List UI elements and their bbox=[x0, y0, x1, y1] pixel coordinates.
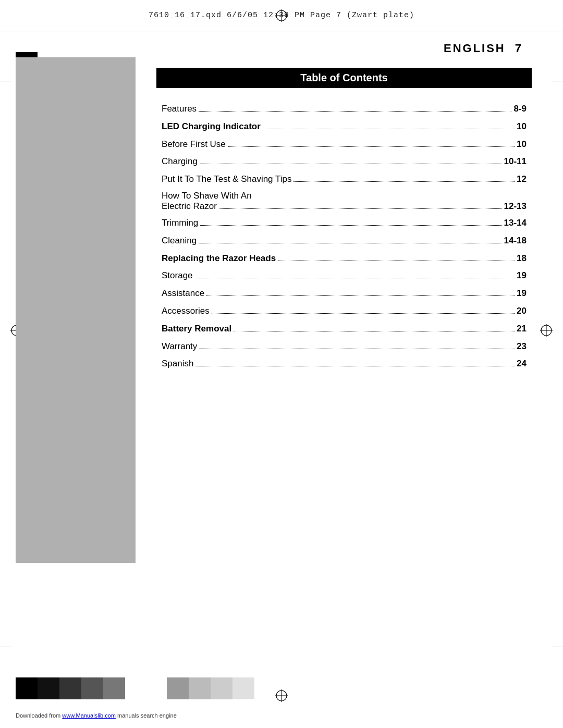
toc-item-accessories: Accessories 20 bbox=[162, 305, 527, 317]
toc-label-cleaning: Cleaning bbox=[162, 235, 197, 247]
toc-page-warranty: 23 bbox=[517, 340, 527, 353]
footer-link[interactable]: www.Manualslib.com bbox=[62, 712, 116, 719]
swatch-light3 bbox=[232, 677, 254, 699]
toc-dots-howtoshave bbox=[219, 208, 502, 209]
toc-dots-trimming bbox=[200, 225, 501, 226]
toc-page-features: 8-9 bbox=[513, 103, 527, 115]
toc-dots-cleaning bbox=[199, 243, 501, 243]
toc-dots-replacingheads bbox=[278, 261, 515, 261]
toc-dots-assistance bbox=[206, 295, 515, 296]
toc-item-warranty: Warranty 23 bbox=[162, 340, 527, 353]
toc-label-beforefirstuse: Before First Use bbox=[162, 138, 226, 151]
toc-label-features: Features bbox=[162, 103, 197, 115]
toc-item-trimming: Trimming 13-14 bbox=[162, 217, 527, 229]
toc-page-accessories: 20 bbox=[517, 305, 527, 317]
toc-item-storage: Storage 19 bbox=[162, 269, 527, 282]
registration-mark-bottom bbox=[274, 688, 289, 703]
toc-dots-spanish bbox=[195, 366, 515, 366]
color-swatch-bar bbox=[16, 677, 254, 699]
swatch-light1 bbox=[189, 677, 211, 699]
swatch-dark3 bbox=[81, 677, 103, 699]
toc-dots-storage bbox=[195, 278, 515, 278]
toc-label-spanish: Spanish bbox=[162, 357, 193, 370]
swatch-dark2 bbox=[59, 677, 81, 699]
toc-item-assistance: Assistance 19 bbox=[162, 287, 527, 300]
page-number: 7 bbox=[515, 42, 521, 55]
toc-label-batteryremoval: Battery Removal bbox=[162, 323, 231, 335]
left-sidebar bbox=[16, 57, 136, 563]
toc-label-warranty: Warranty bbox=[162, 340, 197, 353]
toc-label-accessories: Accessories bbox=[162, 305, 210, 317]
language-header: ENGLISH 7 bbox=[156, 42, 532, 55]
toc-header-box: Table of Contents bbox=[156, 68, 532, 88]
toc-page-assistance: 19 bbox=[517, 287, 527, 300]
toc-label-led: LED Charging Indicator bbox=[162, 120, 261, 133]
toc-page-led: 10 bbox=[517, 120, 527, 133]
toc-dots-beforefirstuse bbox=[228, 146, 515, 147]
toc-item-spanish: Spanish 24 bbox=[162, 357, 527, 370]
swatch-light2 bbox=[211, 677, 232, 699]
toc-title: Table of Contents bbox=[165, 72, 523, 84]
toc-item-puttestshaving: Put It To The Test & Shaving Tips 12 bbox=[162, 173, 527, 186]
toc-label-puttestshaving: Put It To The Test & Shaving Tips bbox=[162, 173, 291, 186]
toc-page-howtoshave: 12-13 bbox=[504, 201, 527, 212]
toc-dots-charging bbox=[200, 164, 502, 164]
toc-page-puttestshaving: 12 bbox=[517, 173, 527, 186]
swatch-mid2 bbox=[167, 677, 189, 699]
toc-dots-led bbox=[263, 129, 515, 129]
toc-page-charging: 10-11 bbox=[504, 155, 527, 168]
toc-label-howtoshave-line1: How To Shave With An bbox=[162, 191, 527, 201]
swatch-black bbox=[16, 677, 38, 699]
toc-label-storage: Storage bbox=[162, 269, 193, 282]
toc-dots-warranty bbox=[199, 349, 515, 349]
toc-page-beforefirstuse: 10 bbox=[517, 138, 527, 151]
toc-label-charging: Charging bbox=[162, 155, 198, 168]
toc-page-replacingheads: 18 bbox=[517, 252, 527, 265]
toc-page-batteryremoval: 21 bbox=[517, 323, 527, 335]
toc-label-assistance: Assistance bbox=[162, 287, 204, 300]
toc-dots-batteryremoval bbox=[234, 331, 515, 331]
toc-item-replacingheads: Replacing the Razor Heads 18 bbox=[162, 252, 527, 265]
toc-item-features: Features 8-9 bbox=[162, 103, 527, 115]
toc-dots-features bbox=[199, 111, 511, 112]
toc-label-howtoshave-label2: Electric Razor bbox=[162, 201, 217, 212]
footer-suffix: manuals search engine bbox=[116, 712, 177, 719]
toc-dots-puttestshaving bbox=[293, 181, 515, 182]
toc-item-howtoshave: How To Shave With An Electric Razor 12-1… bbox=[162, 191, 527, 212]
toc-dots-accessories bbox=[212, 313, 515, 314]
toc-label-replacingheads: Replacing the Razor Heads bbox=[162, 252, 276, 265]
toc-label-howtoshave-line2: Electric Razor 12-13 bbox=[162, 201, 527, 212]
content-area: ENGLISH 7 Table of Contents Features 8-9… bbox=[136, 31, 563, 681]
toc-item-charging: Charging 10-11 bbox=[162, 155, 527, 168]
toc-item-beforefirstuse: Before First Use 10 bbox=[162, 138, 527, 151]
toc-page-spanish: 24 bbox=[517, 357, 527, 370]
toc-label-trimming: Trimming bbox=[162, 217, 198, 229]
registration-mark-top bbox=[274, 8, 289, 23]
footer: Downloaded from www.Manualslib.com manua… bbox=[16, 712, 177, 719]
swatch-dark1 bbox=[38, 677, 59, 699]
toc-page-cleaning: 14-18 bbox=[504, 235, 527, 247]
toc-entries: Features 8-9 LED Charging Indicator 10 B… bbox=[156, 103, 532, 370]
toc-item-led: LED Charging Indicator 10 bbox=[162, 120, 527, 133]
toc-item-cleaning: Cleaning 14-18 bbox=[162, 235, 527, 247]
toc-page-storage: 19 bbox=[517, 269, 527, 282]
toc-item-batteryremoval: Battery Removal 21 bbox=[162, 323, 527, 335]
language-label: ENGLISH bbox=[444, 42, 506, 55]
swatch-mid1 bbox=[103, 677, 125, 699]
main-content: ENGLISH 7 Table of Contents Features 8-9… bbox=[0, 31, 563, 681]
toc-page-trimming: 13-14 bbox=[504, 217, 527, 229]
footer-prefix: Downloaded from bbox=[16, 712, 62, 719]
